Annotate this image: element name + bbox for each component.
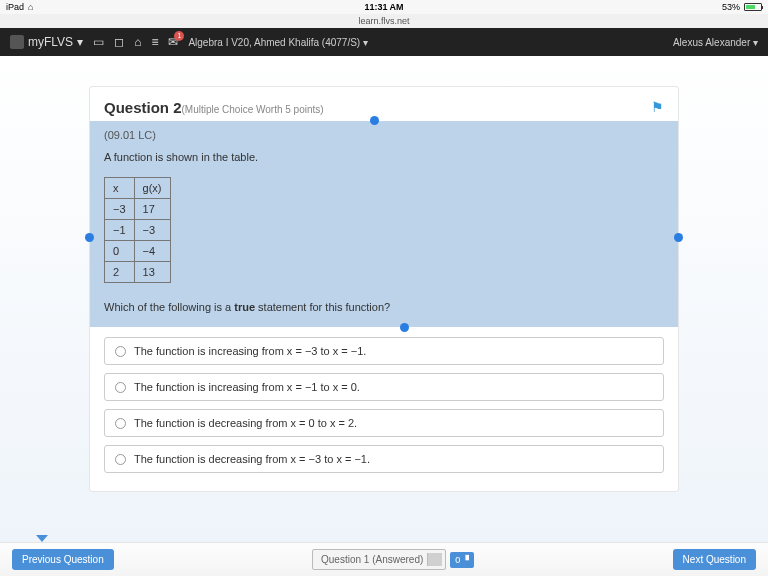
book-icon[interactable]: ▭	[93, 35, 104, 49]
option-text: The function is decreasing from x = −3 t…	[134, 453, 370, 465]
table-header: x	[105, 178, 135, 199]
caret-down-icon: ▾	[77, 35, 83, 49]
radio-icon	[115, 454, 126, 465]
radio-icon	[115, 382, 126, 393]
chat-icon: ▝	[462, 555, 469, 565]
table-cell: −3	[105, 199, 135, 220]
previous-question-button[interactable]: Previous Question	[12, 549, 114, 570]
question-body: (09.01 LC) A function is shown in the ta…	[90, 121, 678, 327]
mail-icon[interactable]: ✉1	[168, 35, 178, 49]
question-prompt: A function is shown in the table.	[104, 151, 664, 163]
battery-icon	[744, 3, 762, 11]
table-cell: −4	[134, 241, 170, 262]
mail-badge: 1	[174, 31, 184, 41]
course-crumb[interactable]: Algebra I V20, Ahmed Khalifa (4077/S) ▾	[188, 37, 368, 48]
list-icon[interactable]: ≡	[151, 35, 158, 49]
question-stem: Which of the following is a true stateme…	[104, 301, 664, 313]
option-text: The function is increasing from x = −1 t…	[134, 381, 360, 393]
dropdown-toggle-icon[interactable]	[36, 535, 48, 542]
selection-handle-icon[interactable]	[674, 233, 683, 242]
brand-logo-icon	[10, 35, 24, 49]
next-question-button[interactable]: Next Question	[673, 549, 756, 570]
radio-icon	[115, 346, 126, 357]
user-menu[interactable]: Alexus Alexander ▾	[673, 37, 758, 48]
question-code: (09.01 LC)	[104, 129, 664, 141]
brand[interactable]: myFLVS ▾	[10, 35, 83, 49]
message-count[interactable]: 0▝	[450, 552, 474, 568]
table-cell: −3	[134, 220, 170, 241]
question-meta: (Multiple Choice Worth 5 points)	[182, 104, 324, 115]
table-cell: 0	[105, 241, 135, 262]
main-area: Question 2(Multiple Choice Worth 5 point…	[0, 56, 768, 542]
table-cell: 13	[134, 262, 170, 283]
browser-url: learn.flvs.net	[0, 14, 768, 28]
answer-option[interactable]: The function is decreasing from x = −3 t…	[104, 445, 664, 473]
selection-handle-icon[interactable]	[370, 116, 379, 125]
question-card: Question 2(Multiple Choice Worth 5 point…	[89, 86, 679, 492]
app-nav-bar: myFLVS ▾ ▭ ◻ ⌂ ≡ ✉1 Algebra I V20, Ahmed…	[0, 28, 768, 56]
wifi-icon: ⌂	[28, 2, 33, 12]
table-cell: 2	[105, 262, 135, 283]
question-number: Question 2	[104, 99, 182, 116]
ios-status-bar: iPad ⌂ 11:31 AM 53%	[0, 0, 768, 14]
brand-text: myFLVS	[28, 35, 73, 49]
function-table: xg(x) −317 −1−3 0−4 213	[104, 177, 171, 283]
flag-icon[interactable]: ⚑	[651, 99, 664, 115]
inbox-icon[interactable]: ◻	[114, 35, 124, 49]
options-list: The function is increasing from x = −3 t…	[90, 327, 678, 491]
table-cell: −1	[105, 220, 135, 241]
table-cell: 17	[134, 199, 170, 220]
status-time: 11:31 AM	[364, 2, 403, 12]
selection-handle-icon[interactable]	[400, 323, 409, 332]
radio-icon	[115, 418, 126, 429]
footer-bar: Previous Question Question 1 (Answered) …	[0, 542, 768, 576]
device-label: iPad	[6, 2, 24, 12]
answer-option[interactable]: The function is increasing from x = −3 t…	[104, 337, 664, 365]
battery-percent: 53%	[722, 2, 740, 12]
option-text: The function is increasing from x = −3 t…	[134, 345, 366, 357]
home-icon[interactable]: ⌂	[134, 35, 141, 49]
question-select[interactable]: Question 1 (Answered)	[312, 549, 446, 570]
answer-option[interactable]: The function is increasing from x = −1 t…	[104, 373, 664, 401]
option-text: The function is decreasing from x = 0 to…	[134, 417, 357, 429]
table-header: g(x)	[134, 178, 170, 199]
selection-handle-icon[interactable]	[85, 233, 94, 242]
answer-option[interactable]: The function is decreasing from x = 0 to…	[104, 409, 664, 437]
